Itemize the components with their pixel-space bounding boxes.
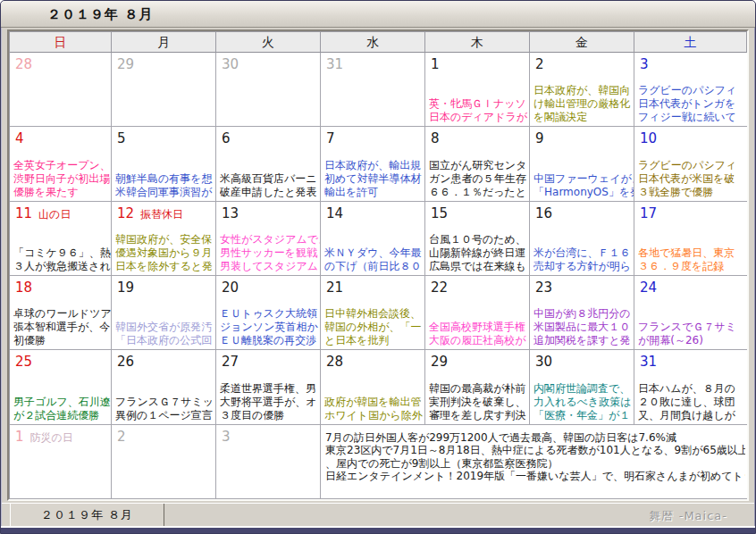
event-line: 韓国の最高裁が朴前	[429, 382, 529, 396]
day-cell-25[interactable]: 25男子ゴルフ、石川遼が２試合連続優勝	[10, 350, 112, 424]
day-cell-29[interactable]: 29	[112, 53, 216, 127]
date-number: 30	[535, 354, 552, 370]
date-number: 29	[117, 56, 134, 72]
tab-bar: ２０１９年 ８月 舞暦 -Maica-	[2, 503, 754, 528]
event-text: 全英女子オープン、渋野日向子が初出場優勝を果たす	[13, 159, 111, 199]
event-line: 山陽新幹線が終日運	[429, 246, 529, 260]
day-cell-8[interactable]: 8国立がん研究センタガン患者の５年生存６６．１％だったと	[425, 127, 530, 201]
event-line: 「医療・年金」が１	[533, 409, 634, 422]
event-text: 米ＮＹダウ、今年最の下げ（前日比８０	[324, 246, 424, 273]
event-line: 日本ハムが、８月の	[638, 382, 747, 396]
event-line: 日中韓外相会談後、	[324, 307, 424, 321]
day-cell-31[interactable]: 31	[321, 53, 425, 127]
day-cell-5[interactable]: 5朝鮮半島の有事を想米韓合同軍事演習が	[112, 127, 216, 201]
day-cell-28[interactable]: 28	[10, 53, 112, 127]
day-cell-6[interactable]: 6米高級百貨店バーニ破産申請したと発表	[216, 127, 321, 201]
event-text: 中国ファーウェイが、「HarmonyOS」を発表	[533, 172, 634, 199]
day-cell-1[interactable]: 1防災の日	[10, 425, 112, 499]
day-cell-30[interactable]: 30	[216, 53, 321, 127]
day-cell-13[interactable]: 13女性がスタジアムで、男性サッカーを観戦男装してスタジアム	[216, 202, 321, 276]
day-cell-16[interactable]: 16米が台湾に、Ｆ１６売却する方針が明ら	[530, 202, 634, 276]
month-notes-cell[interactable]: 7月の訪日外国人客が299万1200人で過去最高、韓国の訪日客は7.6%減東京2…	[321, 425, 747, 499]
calendar-grid: 日月火水木金土282930311英・牝馬ＧＩナッソ日本のディアドラが2日本政府が…	[9, 31, 747, 499]
event-text: ＥＵトゥスク大統領ジョンソン英首相かＥＵ離脱案の再交渉	[220, 307, 320, 347]
window-title: ２０１９年 ８月	[47, 6, 153, 22]
day-cell-20[interactable]: 20ＥＵトゥスク大統領ジョンソン英首相かＥＵ離脱案の再交渉	[216, 276, 321, 350]
date-number-row: 28	[10, 53, 111, 72]
event-line: 大阪の履正社高校が	[429, 334, 529, 347]
date-number-row: 3	[634, 53, 747, 72]
day-cell-24[interactable]: 24フランスでＧ７サミが開幕(～26)	[634, 276, 747, 350]
event-line: 又、月間負け越しが	[638, 409, 747, 422]
event-text: 内閣府世論調査で、力入れるべき政策は「医療・年金」が１	[533, 382, 634, 422]
day-cell-9[interactable]: 9中国ファーウェイが、「HarmonyOS」を発表	[530, 127, 634, 201]
date-number-row: 29	[425, 350, 529, 370]
date-number-row: 24	[634, 276, 747, 296]
day-cell-2[interactable]: 2日本政府が、韓国向け輸出管理の厳格化を閣議決定	[530, 53, 634, 127]
event-line: 追加関税を課すと発	[533, 334, 634, 347]
event-line: ３６．９度を記録	[638, 260, 747, 273]
day-cell-27[interactable]: 27柔道世界選手権、男大野将平選手が、オ３度目の優勝	[216, 350, 321, 424]
event-line: 中国ファーウェイが、	[533, 172, 634, 186]
event-line: フィジー戦に続いて	[638, 111, 747, 124]
notes-line: 日経エンタテインメント！2019年版「一番嫌いな芸人」で、明石家さんまが初めてト…	[325, 470, 745, 483]
event-text: 日本政府が、輸出規初めて対韓半導体材輸出を許可	[324, 159, 424, 199]
week-row-5: 25男子ゴルフ、石川遼が２試合連続優勝26フランスＧ７サミッ異例の１ページ宣言2…	[10, 350, 747, 424]
event-text: 国立がん研究センタガン患者の５年生存６６．１％だったと	[429, 159, 529, 199]
month-tab-2019-08[interactable]: ２０１９年 ８月	[10, 504, 164, 527]
event-text: フランスでＧ７サミが開幕(～26)	[638, 321, 747, 347]
event-line: け輸出管理の厳格化	[533, 97, 634, 111]
day-cell-19[interactable]: 19韓国外交省が原発汚「日本政府の公式回	[112, 276, 216, 350]
day-cell-11[interactable]: 11山の日「コミケ９６」、熱３人が救急搬送され	[10, 202, 112, 276]
date-number-row: 23	[530, 276, 634, 296]
date-number: 23	[535, 280, 552, 296]
event-line: 広島県では在来線も	[429, 260, 529, 273]
day-cell-30[interactable]: 30内閣府世論調査で、力入れるべき政策は「医療・年金」が１	[530, 350, 634, 424]
day-cell-7[interactable]: 7日本政府が、輸出規初めて対韓半導体材輸出を許可	[321, 127, 425, 201]
weekday-header-wed: 水	[321, 32, 425, 53]
day-cell-3[interactable]: 3ラグビーのパシフィ日本代表がトンガをフィジー戦に続いて	[634, 53, 747, 127]
date-number-row: 14	[321, 202, 424, 221]
date-number: 31	[326, 56, 343, 72]
day-cell-15[interactable]: 15台風１０号のため、山陽新幹線が終日運広島県では在来線も	[425, 202, 530, 276]
date-number: 31	[640, 354, 657, 370]
event-line: 米高級百貨店バーニ	[220, 172, 320, 186]
day-cell-31[interactable]: 31日本ハムが、８月の２０敗に達し、球団又、月間負け越しが	[634, 350, 747, 424]
date-number: 4	[15, 130, 24, 146]
day-cell-3[interactable]: 3	[216, 425, 321, 499]
date-number: 2	[117, 429, 126, 445]
day-cell-10[interactable]: 10ラグビーのパシフィ日本代表が米国を破３戦全勝で優勝	[634, 127, 747, 201]
week-row-2: 4全英女子オープン、渋野日向子が初出場優勝を果たす5朝鮮半島の有事を想米韓合同軍…	[10, 127, 747, 201]
event-line: 米韓合同軍事演習が	[115, 186, 215, 199]
date-number-row: 2	[112, 425, 215, 445]
event-line: 破産申請したと発表	[220, 186, 320, 199]
day-cell-12[interactable]: 12振替休日韓国政府が、安全保優遇対象国から９月日本を除外すると発	[112, 202, 216, 276]
day-cell-28[interactable]: 28政府が韓国を輸出管ホワイト国から除外	[321, 350, 425, 424]
day-cell-23[interactable]: 23中国が約８兆円分の米国製品に最大１０追加関税を課すと発	[530, 276, 634, 350]
window-titlebar[interactable]: ２０１９年 ８月	[1, 1, 755, 28]
date-number-row: 26	[112, 350, 215, 370]
day-cell-26[interactable]: 26フランスＧ７サミッ異例の１ページ宣言	[112, 350, 216, 424]
day-cell-4[interactable]: 4全英女子オープン、渋野日向子が初出場優勝を果たす	[10, 127, 112, 201]
event-line: 「コミケ９６」、熱	[13, 246, 111, 260]
date-number: 29	[431, 354, 448, 370]
event-line: 卓球のワールドツア	[13, 307, 111, 321]
date-number-row: 30	[530, 350, 634, 370]
event-line: ＥＵ離脱案の再交渉	[220, 334, 320, 347]
day-cell-22[interactable]: 22全国高校野球選手権大阪の履正社高校が	[425, 276, 530, 350]
day-cell-29[interactable]: 29韓国の最高裁が朴前実刑判決を破棄し、審理を差し戻す判決	[425, 350, 530, 424]
notes-line: 、屋内での死亡が9割以上（東京都監察医務院）	[325, 457, 745, 471]
event-line: ＥＵトゥスク大統領	[220, 307, 320, 321]
day-cell-21[interactable]: 21日中韓外相会談後、韓国の外相が、「一と日本を批判	[321, 276, 425, 350]
week-row-6: 1防災の日237月の訪日外国人客が299万1200人で過去最高、韓国の訪日客は7…	[10, 425, 747, 499]
event-line: 初めて対韓半導体材	[324, 172, 424, 186]
date-number: 10	[640, 130, 657, 146]
day-cell-18[interactable]: 18卓球のワールドツア張本智和選手が、今初優勝	[10, 276, 112, 350]
day-cell-17[interactable]: 17各地で猛暑日、東京３６．９度を記録	[634, 202, 747, 276]
event-text: 台風１０号のため、山陽新幹線が終日運広島県では在来線も	[429, 233, 529, 273]
date-number-row: 16	[530, 202, 634, 221]
day-cell-1[interactable]: 1英・牝馬ＧＩナッソ日本のディアドラが	[425, 53, 530, 127]
day-cell-2[interactable]: 2	[112, 425, 216, 499]
date-number: 22	[431, 280, 448, 296]
day-cell-14[interactable]: 14米ＮＹダウ、今年最の下げ（前日比８０	[321, 202, 425, 276]
